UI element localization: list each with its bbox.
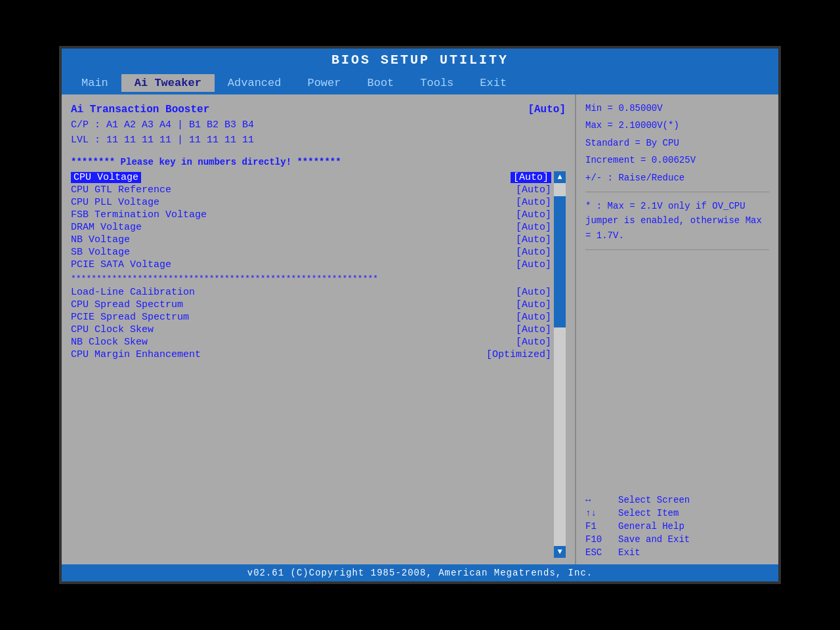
cpu-gtl-value: [Auto] bbox=[516, 184, 551, 196]
main-panel: Ai Transaction Booster [Auto] C/P : A1 A… bbox=[62, 94, 575, 564]
shortcut-desc-esc: Exit bbox=[618, 547, 640, 558]
shortcut-desc-select-screen: Select Screen bbox=[618, 495, 690, 505]
scroll-content: CPU Voltage [Auto] CPU GTL Reference [Au… bbox=[71, 171, 551, 558]
pcie-sata-value: [Auto] bbox=[516, 259, 551, 270]
shortcut-select-item: ↑↓ Select Item bbox=[585, 508, 769, 518]
setting-row-fsb[interactable]: FSB Termination Voltage [Auto] bbox=[71, 209, 551, 221]
bios-screen: BIOS SETUP UTILITY Main Ai Tweaker Advan… bbox=[59, 46, 781, 584]
nb-value: [Auto] bbox=[516, 234, 551, 245]
bios-title: BIOS SETUP UTILITY bbox=[331, 52, 509, 68]
setting-row-cpu-voltage[interactable]: CPU Voltage [Auto] bbox=[71, 171, 551, 184]
setting-row-sb[interactable]: SB Voltage [Auto] bbox=[71, 246, 551, 259]
sb-label: SB Voltage bbox=[71, 247, 130, 258]
scroll-up-arrow[interactable]: ▲ bbox=[554, 171, 566, 183]
ai-transaction-booster-label: Ai Transaction Booster bbox=[71, 102, 209, 117]
cpu-clock-skew-value: [Auto] bbox=[516, 324, 551, 335]
divider-stars: ****************************************… bbox=[71, 274, 551, 284]
shortcut-desc-f1: General Help bbox=[618, 521, 684, 532]
footer-text: v02.61 (C)Copyright 1985-2008, American … bbox=[247, 568, 593, 578]
nb-clock-skew-label: NB Clock Skew bbox=[71, 337, 148, 348]
shortcut-select-screen: ↔ Select Screen bbox=[585, 495, 769, 505]
side-min: Min = 0.85000V bbox=[585, 101, 769, 116]
nb-clock-skew-value: [Auto] bbox=[516, 337, 551, 348]
setting-row-cpu-clock-skew[interactable]: CPU Clock Skew [Auto] bbox=[71, 324, 551, 336]
footer-bar: v02.61 (C)Copyright 1985-2008, American … bbox=[62, 564, 778, 581]
side-standard: Standard = By CPU bbox=[585, 136, 769, 150]
dram-label: DRAM Voltage bbox=[71, 222, 142, 233]
cpu-clock-skew-label: CPU Clock Skew bbox=[71, 324, 154, 335]
fsb-value: [Auto] bbox=[516, 209, 551, 220]
shortcut-key-esc: ESC bbox=[585, 547, 612, 558]
header-title-row: Ai Transaction Booster [Auto] bbox=[71, 101, 566, 118]
lvl-line: LVL : 11 11 11 11 | 11 11 11 11 bbox=[71, 133, 566, 148]
setting-row-nb-clock-skew[interactable]: NB Clock Skew [Auto] bbox=[71, 336, 551, 348]
setting-row-nb[interactable]: NB Voltage [Auto] bbox=[71, 234, 551, 246]
title-bar: BIOS SETUP UTILITY bbox=[62, 49, 778, 72]
nb-label: NB Voltage bbox=[71, 234, 130, 245]
cpu-pll-value: [Auto] bbox=[516, 197, 551, 208]
cpu-spread-value: [Auto] bbox=[516, 299, 551, 310]
side-separator-1 bbox=[585, 192, 769, 192]
menu-power[interactable]: Power bbox=[294, 74, 354, 92]
side-note: * : Max = 2.1V only if OV_CPU jumper is … bbox=[585, 199, 769, 243]
shortcut-key-f1: F1 bbox=[585, 521, 612, 532]
side-separator-2 bbox=[585, 249, 769, 250]
shortcut-f10: F10 Save and Exit bbox=[585, 534, 769, 545]
setting-row-cpu-spread[interactable]: CPU Spread Spectrum [Auto] bbox=[71, 299, 551, 311]
setting-row-dram[interactable]: DRAM Voltage [Auto] bbox=[71, 221, 551, 234]
shortcut-f1: F1 General Help bbox=[585, 521, 769, 532]
cpu-voltage-value: [Auto] bbox=[511, 172, 551, 183]
ai-transaction-booster-value: [Auto] bbox=[528, 102, 566, 117]
side-plusminus: +/- : Raise/Reduce bbox=[585, 171, 769, 185]
scrollbar[interactable]: ▲ ▼ bbox=[554, 171, 566, 558]
setting-row-cpu-margin[interactable]: CPU Margin Enhancement [Optimized] bbox=[71, 348, 551, 361]
fsb-label: FSB Termination Voltage bbox=[71, 209, 207, 220]
scrollbar-track[interactable] bbox=[554, 183, 566, 546]
menu-bar: Main Ai Tweaker Advanced Power Boot Tool… bbox=[62, 72, 778, 94]
shortcut-key-arrows: ↔ bbox=[585, 495, 612, 505]
cpu-gtl-label: CPU GTL Reference bbox=[71, 184, 171, 196]
side-increment: Increment = 0.00625V bbox=[585, 153, 769, 167]
menu-advanced[interactable]: Advanced bbox=[215, 74, 295, 92]
cpu-margin-value: [Optimized] bbox=[486, 349, 551, 360]
scrollbar-thumb bbox=[554, 196, 566, 327]
load-line-label: Load-Line Calibration bbox=[71, 287, 195, 298]
cpu-pll-label: CPU PLL Voltage bbox=[71, 197, 159, 208]
pcie-spread-label: PCIE Spread Spectrum bbox=[71, 312, 189, 323]
cpu-margin-label: CPU Margin Enhancement bbox=[71, 349, 201, 360]
setting-row-pcie-spread[interactable]: PCIE Spread Spectrum [Auto] bbox=[71, 311, 551, 324]
shortcut-key-f10: F10 bbox=[585, 534, 612, 545]
load-line-value: [Auto] bbox=[516, 287, 551, 298]
header-section: Ai Transaction Booster [Auto] C/P : A1 A… bbox=[71, 101, 566, 148]
side-max: Max = 2.10000V(*) bbox=[585, 118, 769, 133]
shortcut-esc: ESC Exit bbox=[585, 547, 769, 558]
setting-row-load-line[interactable]: Load-Line Calibration [Auto] bbox=[71, 286, 551, 299]
menu-main[interactable]: Main bbox=[68, 74, 121, 92]
shortcut-key-updown: ↑↓ bbox=[585, 508, 612, 518]
content-area: Ai Transaction Booster [Auto] C/P : A1 A… bbox=[62, 94, 778, 564]
setting-row-cpu-pll[interactable]: CPU PLL Voltage [Auto] bbox=[71, 196, 551, 209]
shortcut-desc-select-item: Select Item bbox=[618, 508, 679, 518]
setting-row-pcie-sata[interactable]: PCIE SATA Voltage [Auto] bbox=[71, 259, 551, 271]
scroll-container: CPU Voltage [Auto] CPU GTL Reference [Au… bbox=[71, 171, 566, 558]
shortcut-desc-f10: Save and Exit bbox=[618, 534, 690, 545]
pcie-spread-value: [Auto] bbox=[516, 312, 551, 323]
scroll-down-arrow[interactable]: ▼ bbox=[554, 546, 566, 558]
menu-boot[interactable]: Boot bbox=[354, 74, 407, 92]
side-panel: Min = 0.85000V Max = 2.10000V(*) Standar… bbox=[575, 94, 778, 564]
menu-ai-tweaker[interactable]: Ai Tweaker bbox=[121, 74, 215, 92]
sb-value: [Auto] bbox=[516, 247, 551, 258]
menu-exit[interactable]: Exit bbox=[467, 74, 520, 92]
setting-row-cpu-gtl[interactable]: CPU GTL Reference [Auto] bbox=[71, 184, 551, 196]
dram-value: [Auto] bbox=[516, 222, 551, 233]
cp-line: C/P : A1 A2 A3 A4 | B1 B2 B3 B4 bbox=[71, 118, 566, 133]
pcie-sata-label: PCIE SATA Voltage bbox=[71, 259, 171, 270]
cpu-voltage-label: CPU Voltage bbox=[71, 172, 141, 183]
cpu-spread-label: CPU Spread Spectrum bbox=[71, 299, 183, 310]
menu-tools[interactable]: Tools bbox=[407, 74, 467, 92]
please-key-msg: ******** Please key in numbers directly!… bbox=[71, 157, 566, 167]
